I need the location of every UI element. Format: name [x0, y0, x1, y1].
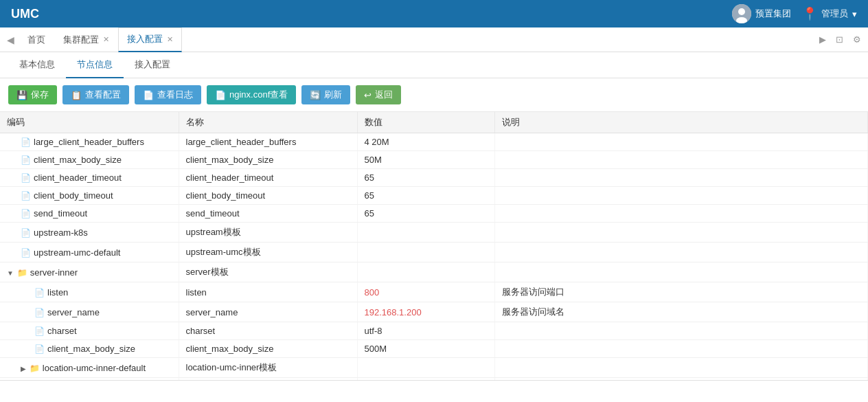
table-cell-code: 📄client_max_body_size [0, 340, 179, 358]
user-group[interactable]: 预置集团 [732, 4, 791, 23]
table-row[interactable]: 📄client_header_timeoutclient_header_time… [0, 169, 868, 187]
col-name-header: 名称 [179, 112, 357, 133]
file-icon: 📄 [21, 209, 31, 219]
table-cell-name: client_body_timeout [179, 187, 357, 205]
tab-access-close[interactable]: ✕ [167, 35, 173, 44]
view-config-button[interactable]: 📋 查看配置 [62, 85, 129, 104]
back-icon: ↩ [364, 90, 372, 100]
tab-access-config[interactable]: 接入配置 ✕ [118, 27, 182, 52]
file-icon: 📄 [21, 155, 31, 165]
table-cell-name: server_name [179, 302, 357, 322]
table-cell-code: 📄server_name [0, 302, 179, 322]
save-icon: 💾 [16, 90, 27, 100]
tree-toggle-icon[interactable]: ▼ [7, 269, 16, 277]
table-cell-name: client_header_timeout [179, 169, 357, 187]
tab-cluster-label: 集群配置 [63, 34, 99, 46]
admin-label: 管理员 [821, 8, 848, 20]
table-row[interactable]: 📄upstream-umc-defaultupstream-umc模板 [0, 243, 868, 263]
avatar [732, 4, 751, 23]
code-text: client_header_timeout [34, 172, 122, 183]
table-row[interactable]: 📄client_max_body_sizeclient_max_body_siz… [0, 151, 868, 169]
file-icon: 📄 [34, 308, 45, 317]
table-cell-desc [494, 263, 868, 282]
table-row[interactable]: 📄upstream-k8supstream模板 [0, 223, 868, 243]
tab-nav-prev[interactable]: ◀ [3, 34, 19, 45]
folder-icon: 📁 [30, 364, 40, 373]
tab-home[interactable]: 首页 [19, 27, 54, 52]
table-cell-desc [494, 205, 868, 223]
tab-settings-btn[interactable]: ⚙ [849, 33, 865, 46]
table-cell-value [357, 223, 494, 243]
status-bar [0, 380, 868, 402]
col-value-header: 数值 [357, 112, 494, 133]
save-label: 保存 [31, 89, 49, 101]
nginx-conf-label: nginx.conf查看 [229, 89, 288, 101]
table-cell-desc [494, 358, 868, 378]
table-cell-desc [494, 151, 868, 169]
view-log-label: 查看日志 [157, 89, 193, 101]
file-icon: 📄 [21, 228, 31, 238]
table-cell-code: ▶ 📁location-umc-inner-default [0, 358, 179, 378]
admin-user[interactable]: 📍 管理员 ▾ [802, 6, 857, 21]
table-cell-value [357, 263, 494, 282]
view-config-icon: 📋 [71, 90, 82, 100]
table-row[interactable]: 📄listenlisten800服务器访问端口 [0, 282, 868, 302]
subtab-access-config[interactable]: 接入配置 [124, 52, 181, 78]
table-cell-value: utf-8 [357, 322, 494, 340]
refresh-icon: 🔄 [310, 90, 321, 100]
table-row[interactable]: 📄client_body_timeoutclient_body_timeout6… [0, 187, 868, 205]
table-cell-desc [494, 322, 868, 340]
file-icon: 📄 [34, 288, 45, 298]
table-cell-name: upstream模板 [179, 223, 357, 243]
file-icon: 📄 [21, 173, 31, 183]
table-cell-code: ▼ 📁server-outter [0, 378, 179, 381]
table-cell-code: 📄large_client_header_buffers [0, 133, 179, 151]
table-row[interactable]: ▼ 📁server-outterserver模板 [0, 378, 868, 381]
tree-toggle-icon[interactable]: ▶ [21, 365, 28, 372]
table-row[interactable]: 📄client_max_body_sizeclient_max_body_siz… [0, 340, 868, 358]
table-cell-name: client_max_body_size [179, 151, 357, 169]
file-icon: 📄 [21, 248, 31, 258]
tab-nav-next[interactable]: ▶ [815, 33, 830, 46]
table-row[interactable]: ▶ 📁location-umc-inner-defaultlocation-um… [0, 358, 868, 378]
tab-right-buttons: ▶ ⊡ ⚙ [815, 33, 865, 46]
table-row[interactable]: 📄send_timeoutsend_timeout65 [0, 205, 868, 223]
table-cell-code: 📄send_timeout [0, 205, 179, 223]
code-text: server_name [47, 307, 100, 317]
view-log-button[interactable]: 📄 查看日志 [135, 85, 201, 104]
table-cell-value [357, 378, 494, 381]
table-cell-value: 500M [357, 340, 494, 358]
view-config-label: 查看配置 [85, 89, 121, 101]
table-cell-name: upstream-umc模板 [179, 243, 357, 263]
table-row[interactable]: 📄server_nameserver_name192.168.1.200服务器访… [0, 302, 868, 322]
file-icon: 📄 [21, 137, 31, 147]
view-log-icon: 📄 [143, 90, 154, 100]
table-cell-name: large_client_header_buffers [179, 133, 357, 151]
back-button[interactable]: ↩ 返回 [356, 85, 401, 104]
table-cell-value [357, 243, 494, 263]
tab-cluster-close[interactable]: ✕ [103, 35, 109, 44]
table-row[interactable]: ▼ 📁server-innerserver模板 [0, 263, 868, 282]
code-text: server-inner [30, 267, 78, 278]
code-text: upstream-umc-default [34, 247, 120, 258]
table-cell-name: client_max_body_size [179, 340, 357, 358]
refresh-button[interactable]: 🔄 刷新 [301, 85, 350, 104]
code-text: large_client_header_buffers [34, 137, 144, 147]
table-body: 📄large_client_header_bufferslarge_client… [0, 133, 868, 381]
nginx-icon: 📄 [215, 90, 226, 100]
table-cell-desc [494, 340, 868, 358]
table-cell-value: 65 [357, 187, 494, 205]
subtab-node-info[interactable]: 节点信息 [66, 52, 124, 78]
code-text: upstream-k8s [34, 227, 88, 238]
admin-dropdown-icon: ▾ [852, 9, 857, 19]
subtab-basic-info[interactable]: 基本信息 [8, 52, 66, 78]
table-row[interactable]: 📄charsetcharsetutf-8 [0, 322, 868, 340]
nginx-conf-button[interactable]: 📄 nginx.conf查看 [207, 85, 296, 104]
tab-maximize-btn[interactable]: ⊡ [832, 33, 847, 46]
table-cell-code: 📄client_max_body_size [0, 151, 179, 169]
save-button[interactable]: 💾 保存 [8, 85, 57, 104]
table-cell-code: ▼ 📁server-inner [0, 263, 179, 282]
tab-cluster[interactable]: 集群配置 ✕ [54, 27, 118, 52]
table-row[interactable]: 📄large_client_header_bufferslarge_client… [0, 133, 868, 151]
table-cell-name: server模板 [179, 263, 357, 282]
